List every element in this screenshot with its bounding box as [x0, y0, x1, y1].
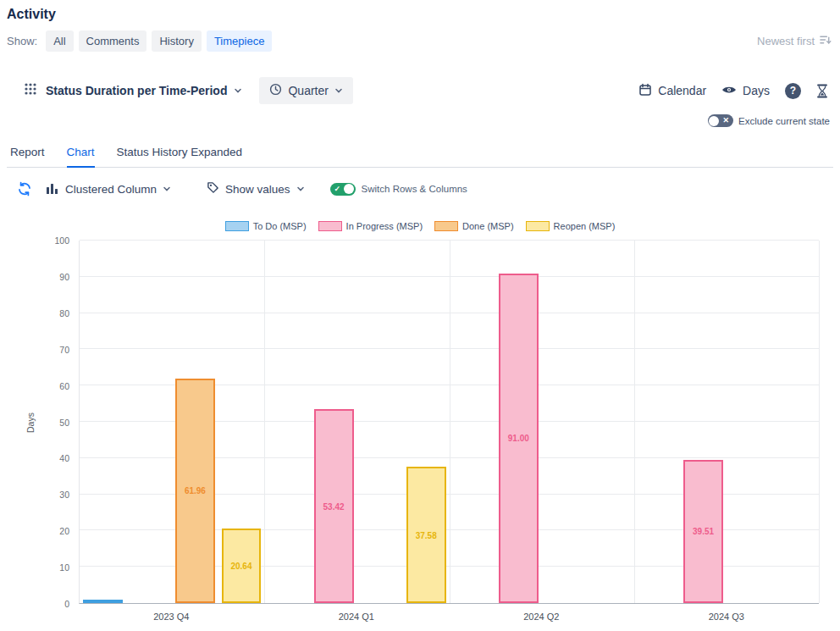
x-tick-label: 2023 Q4	[79, 612, 264, 622]
legend-swatch	[225, 221, 249, 231]
sort-order-control[interactable]: Newest first	[757, 34, 833, 48]
gridline-vertical	[819, 241, 820, 603]
gridline-vertical	[634, 241, 635, 603]
eye-icon	[721, 84, 737, 97]
y-axis-ticks: 0102030405060708090100	[7, 241, 73, 604]
switch-rows-columns-toggle[interactable]: ✓	[330, 183, 356, 196]
bar: 20.64	[222, 529, 262, 603]
switch-rows-columns-control: ✓ Switch Rows & Columns	[330, 183, 467, 196]
legend-label: Done (MSP)	[462, 221, 514, 231]
bar: 53.42	[314, 409, 354, 603]
calendar-label: Calendar	[658, 84, 706, 97]
chevron-down-icon	[234, 83, 242, 98]
activity-panel: Activity Show: All Comments History Time…	[0, 0, 840, 631]
filter-all-button[interactable]: All	[46, 30, 73, 52]
bar-chart-icon	[46, 182, 59, 196]
legend-item[interactable]: In Progress (MSP)	[318, 221, 423, 231]
y-tick-label: 30	[59, 490, 69, 500]
toggle-on-check-icon: ✓	[334, 183, 341, 196]
sort-order-label: Newest first	[757, 35, 815, 47]
calendar-icon	[638, 83, 652, 99]
days-label: Days	[743, 84, 770, 97]
units-days-button[interactable]: Days	[721, 84, 770, 97]
y-tick-label: 60	[59, 381, 69, 391]
legend-swatch	[434, 221, 458, 231]
tab-status-history-expanded[interactable]: Status History Expanded	[117, 141, 243, 167]
toggle-knob	[344, 184, 354, 194]
legend-item[interactable]: To Do (MSP)	[225, 221, 307, 231]
toggle-knob	[709, 116, 719, 126]
y-tick-label: 80	[59, 308, 69, 318]
x-tick-label: 2024 Q3	[634, 612, 820, 622]
tag-icon	[207, 181, 219, 196]
chevron-down-icon	[334, 84, 343, 97]
period-dropdown[interactable]: Quarter	[259, 77, 352, 104]
toolbar-right-tools: Calendar Days ?	[638, 83, 828, 99]
y-tick-label: 20	[59, 526, 69, 536]
bar: 39.51	[683, 460, 723, 603]
view-tabs: Report Chart Status History Expanded	[7, 141, 833, 168]
gridline-vertical	[450, 241, 450, 603]
tab-report[interactable]: Report	[10, 141, 45, 167]
report-type-dropdown[interactable]: Status Duration per Time-Period	[46, 83, 242, 98]
bar-value-label: 39.51	[675, 527, 732, 536]
plot-area: 53.4291.0039.5161.9620.6437.58	[79, 241, 819, 604]
y-tick-label: 100	[54, 235, 69, 246]
refresh-button[interactable]	[17, 181, 32, 196]
plot-row: Days 0102030405060708090100 53.4291.0039…	[7, 241, 833, 604]
legend-label: To Do (MSP)	[253, 221, 307, 231]
hourglass-icon[interactable]	[816, 84, 828, 98]
exclude-current-state-label: Exclude current state	[738, 116, 830, 126]
chart-toolbar: Clustered Column Show values ✓ Switch Ro…	[7, 181, 833, 196]
chevron-down-icon	[163, 183, 171, 196]
exclude-current-state-toggle[interactable]: ✕	[708, 114, 733, 127]
exclude-current-state-row: ✕ Exclude current state	[7, 114, 833, 127]
legend-item[interactable]: Done (MSP)	[434, 221, 514, 231]
chart-type-dropdown[interactable]: Clustered Column	[46, 182, 171, 196]
y-tick-label: 90	[59, 272, 69, 282]
bar-value-label: 37.58	[398, 530, 455, 540]
clock-icon	[269, 83, 282, 98]
show-values-label: Show values	[225, 183, 290, 196]
sort-descending-icon	[819, 34, 832, 48]
period-label: Quarter	[288, 84, 328, 97]
legend-label: In Progress (MSP)	[346, 221, 423, 231]
chart-region: To Do (MSP)In Progress (MSP)Done (MSP)Re…	[7, 219, 833, 624]
report-toolbar: Status Duration per Time-Period Quarter …	[7, 77, 833, 104]
filter-history-button[interactable]: History	[152, 30, 201, 52]
legend-swatch	[318, 221, 342, 231]
page-title: Activity	[7, 5, 833, 30]
y-tick-label: 40	[59, 453, 69, 463]
switch-rows-columns-label: Switch Rows & Columns	[362, 184, 467, 194]
chart-legend: To Do (MSP)In Progress (MSP)Done (MSP)Re…	[7, 219, 833, 234]
filter-timepiece-button[interactable]: Timepiece	[207, 30, 272, 52]
grid-icon	[24, 82, 37, 99]
filter-comments-button[interactable]: Comments	[79, 30, 147, 52]
x-axis-labels: 2023 Q42024 Q12024 Q22024 Q3	[79, 604, 819, 624]
bar: 91.00	[499, 274, 539, 603]
bar	[83, 600, 123, 603]
calendar-button[interactable]: Calendar	[638, 83, 706, 99]
y-tick-label: 70	[59, 345, 69, 355]
legend-item[interactable]: Reopen (MSP)	[526, 221, 616, 231]
activity-filter-bar: Show: All Comments History Timepiece New…	[7, 30, 833, 52]
bar-value-label: 20.64	[213, 561, 270, 570]
show-values-dropdown[interactable]: Show values	[207, 181, 305, 196]
x-tick-label: 2024 Q1	[264, 612, 450, 622]
x-tick-label: 2024 Q2	[449, 612, 634, 622]
bar: 61.96	[175, 379, 215, 603]
chevron-down-icon	[296, 183, 305, 196]
bar-value-label: 61.96	[167, 486, 224, 495]
bar-value-label: 53.42	[306, 501, 362, 511]
legend-label: Reopen (MSP)	[554, 221, 616, 231]
show-label: Show:	[7, 35, 37, 47]
help-icon[interactable]: ?	[785, 83, 801, 99]
y-tick-label: 0	[64, 599, 69, 609]
report-type-label: Status Duration per Time-Period	[46, 84, 227, 97]
gridline-vertical	[264, 241, 265, 603]
bar-value-label: 91.00	[490, 434, 547, 443]
tab-chart[interactable]: Chart	[67, 141, 95, 168]
y-tick-label: 10	[59, 562, 69, 573]
y-tick-label: 50	[59, 418, 69, 428]
toggle-off-x-icon: ✕	[722, 114, 729, 127]
